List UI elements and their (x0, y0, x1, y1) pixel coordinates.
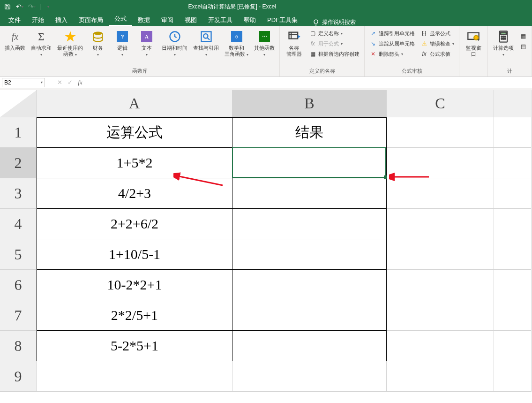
tab-view[interactable]: 视图 (179, 13, 202, 26)
cell-A4[interactable]: 2+2+6/2 (37, 209, 232, 239)
svg-point-11 (504, 36, 505, 37)
cell-X6[interactable] (494, 270, 532, 300)
row-header-5[interactable]: 5 (0, 239, 37, 270)
cell-B5[interactable] (232, 239, 387, 270)
tab-developer[interactable]: 开发工具 (202, 13, 238, 26)
trace-dependents-button[interactable]: ↘追踪从属单元格 (367, 38, 417, 49)
tell-me-search[interactable]: 操作说明搜索 (313, 18, 356, 26)
autosum-button[interactable]: Σ 自动求和▾ (29, 28, 53, 67)
create-from-selection-button[interactable]: ▦根据所选内容创建 (307, 49, 361, 59)
cell-X7[interactable] (494, 300, 532, 331)
cell-A5[interactable]: 1+10/5-1 (37, 239, 232, 270)
math-trig-button[interactable]: θ 数学和 三角函数 ▾ (223, 28, 250, 67)
tab-home[interactable]: 开始 (26, 13, 50, 26)
cell-B9[interactable] (232, 361, 387, 392)
row-header-7[interactable]: 7 (0, 300, 37, 331)
cell-C5[interactable] (387, 239, 494, 270)
cell-C6[interactable] (387, 270, 494, 300)
cell-X3[interactable] (494, 178, 532, 209)
column-header-C[interactable]: C (387, 90, 494, 117)
tab-file[interactable]: 文件 (3, 13, 26, 26)
cell-B4[interactable] (232, 209, 387, 239)
watch-window-button[interactable]: 监视窗口 (462, 28, 485, 74)
row-header-6[interactable]: 6 (0, 270, 37, 300)
calc-now-button[interactable]: ▦ (517, 31, 529, 41)
save-icon[interactable] (2, 1, 13, 12)
column-header-B[interactable]: B (232, 90, 387, 117)
fx-bar-icon[interactable]: fx (75, 78, 85, 87)
trace-precedents-button[interactable]: ↗追踪引用单元格 (367, 28, 417, 38)
name-manager-button[interactable]: 名称 管理器 (283, 28, 305, 67)
datetime-button[interactable]: 日期和时间▾ (160, 28, 189, 67)
cell-B7[interactable] (232, 300, 387, 331)
name-box[interactable]: B2 ▾ (2, 78, 45, 87)
cell-B6[interactable] (232, 270, 387, 300)
row-header-2[interactable]: 2 (0, 148, 37, 178)
cell-C7[interactable] (387, 300, 494, 331)
cell-X5[interactable] (494, 239, 532, 270)
logical-button[interactable]: ? 逻辑▾ (111, 28, 134, 67)
cell-A6[interactable]: 10-2*2+1 (37, 270, 232, 300)
cell-B8[interactable] (232, 331, 387, 361)
cell-X2[interactable] (494, 148, 532, 178)
cell-A7[interactable]: 2*2/5+1 (37, 300, 232, 331)
cell-B2[interactable] (232, 148, 387, 178)
spreadsheet-grid[interactable]: ABC1运算公式结果21+5*234/2+342+2+6/251+10/5-16… (0, 90, 532, 392)
use-in-formula-button[interactable]: fx用于公式 ▾ (307, 38, 361, 49)
fx-icon: fx (7, 29, 22, 44)
cell-C8[interactable] (387, 331, 494, 361)
formula-input[interactable] (85, 78, 532, 87)
cell-A8[interactable]: 5-2*5+1 (37, 331, 232, 361)
insert-function-button[interactable]: fx 插入函数 (3, 28, 27, 67)
tab-pdf[interactable]: PDF工具集 (262, 13, 303, 26)
select-all-corner[interactable] (0, 90, 37, 117)
cell-A2[interactable]: 1+5*2 (37, 148, 232, 178)
row-header-3[interactable]: 3 (0, 178, 37, 209)
column-header-blank[interactable] (494, 90, 532, 117)
calc-sheet-button[interactable]: ▤ (517, 41, 529, 52)
cell-X9[interactable] (494, 361, 532, 392)
chevron-down-icon[interactable]: ▾ (41, 80, 43, 84)
cell-C4[interactable] (387, 209, 494, 239)
cell-A9[interactable] (37, 361, 232, 392)
svg-point-12 (501, 38, 502, 39)
column-header-A[interactable]: A (37, 90, 232, 117)
cell-X4[interactable] (494, 209, 532, 239)
cell-A3[interactable]: 4/2+3 (37, 178, 232, 209)
ribbon: fx 插入函数 Σ 自动求和▾ 最近使用的 函数 ▾ 财务▾ ? 逻辑▾ A 文 (0, 26, 532, 77)
show-formulas-button[interactable]: ⁅⁆显示公式 (419, 28, 456, 38)
cell-A1[interactable]: 运算公式 (37, 117, 232, 148)
remove-arrows-button[interactable]: ✕删除箭头 ▾ (367, 49, 417, 59)
cell-C1[interactable] (387, 117, 494, 148)
tab-formulas[interactable]: 公式 (109, 12, 132, 26)
cell-C3[interactable] (387, 178, 494, 209)
define-name-button[interactable]: ▢定义名称 ▾ (307, 28, 361, 38)
cell-B1[interactable]: 结果 (232, 117, 387, 148)
cell-B3[interactable] (232, 178, 387, 209)
calculation-options-button[interactable]: 计算选项 ▾ (491, 28, 516, 67)
tab-help[interactable]: 帮助 (238, 13, 262, 26)
cell-C2[interactable] (387, 148, 494, 178)
cell-X1[interactable] (494, 117, 532, 148)
recent-functions-button[interactable]: 最近使用的 函数 ▾ (55, 28, 85, 67)
more-functions-button[interactable]: ⋯ 其他函数▾ (252, 28, 277, 67)
undo-icon[interactable]: ↶▾ (14, 1, 25, 12)
tab-insert[interactable]: 插入 (50, 13, 73, 26)
row-header-1[interactable]: 1 (0, 117, 37, 148)
evaluate-formula-button[interactable]: fx公式求值 (419, 49, 456, 59)
cell-X8[interactable] (494, 331, 532, 361)
financial-button[interactable]: 财务▾ (87, 28, 109, 67)
row-header-9[interactable]: 9 (0, 361, 37, 392)
error-check-button[interactable]: ⚠错误检查 ▾ (419, 38, 456, 49)
svg-point-14 (504, 38, 505, 39)
tab-layout[interactable]: 页面布局 (73, 13, 109, 26)
tab-review[interactable]: 审阅 (156, 13, 179, 26)
lookup-button[interactable]: 查找与引用▾ (191, 28, 221, 67)
qat-customize-icon[interactable]: ▾ (43, 1, 54, 12)
text-button[interactable]: A 文本▾ (135, 28, 158, 67)
cell-C9[interactable] (387, 361, 494, 392)
redo-icon[interactable]: ↷▾ (26, 1, 37, 12)
row-header-8[interactable]: 8 (0, 331, 37, 361)
tab-data[interactable]: 数据 (132, 13, 156, 26)
row-header-4[interactable]: 4 (0, 209, 37, 239)
